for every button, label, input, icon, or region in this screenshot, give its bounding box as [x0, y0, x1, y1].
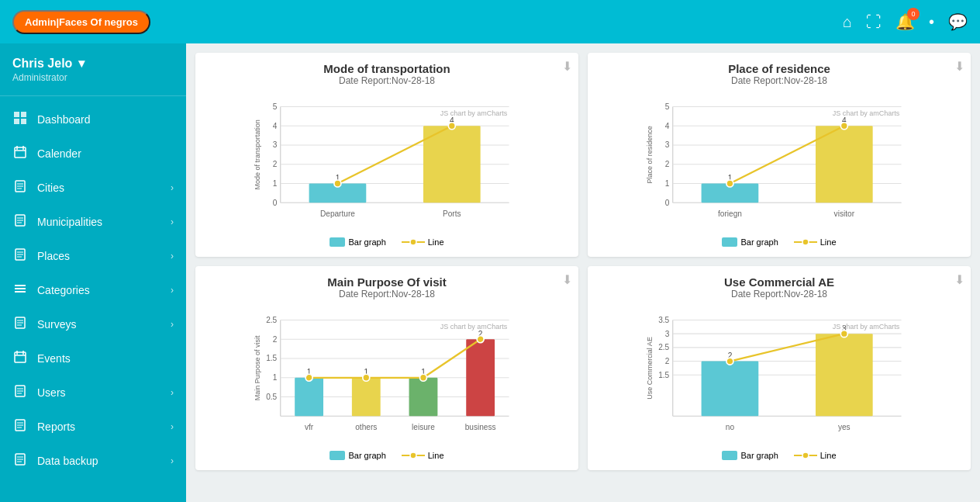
svg-rect-111 [352, 378, 381, 417]
nav-icon-municipalities [12, 214, 28, 230]
bell-icon[interactable]: 🔔 0 [895, 12, 915, 31]
download-icon-mode-of-transportation[interactable]: ⬇ [562, 59, 572, 74]
nav-label-dashboard: Dashboard [37, 113, 91, 126]
sidebar-item-categories[interactable]: Categories › [0, 273, 186, 307]
sidebar-item-data-backup[interactable]: Data backup › [0, 444, 186, 478]
chart-date-place-of-residence: Date Report:Nov-28-18 [597, 75, 961, 86]
nav-item-left: Places [12, 248, 70, 264]
sidebar-role: Administrator [12, 72, 174, 83]
svg-rect-61 [423, 126, 481, 203]
chart-header-place-of-residence: Place of residence Date Report:Nov-28-18 [597, 62, 961, 86]
download-icon-place-of-residence[interactable]: ⬇ [954, 59, 964, 74]
notification-badge: 0 [907, 8, 920, 20]
legend-line-svg [402, 450, 425, 461]
svg-text:Ports: Ports [443, 209, 461, 218]
svg-text:Place of residence: Place of residence [646, 126, 654, 183]
svg-text:JS chart by amCharts: JS chart by amCharts [833, 109, 900, 117]
svg-text:0: 0 [665, 199, 670, 207]
sidebar-item-surveys[interactable]: Surveys › [0, 307, 186, 341]
chart-legend-main-purpose-of-visit: Bar graph Line [205, 450, 569, 461]
nav-arrow-surveys: › [171, 319, 174, 330]
svg-text:Main Purpose of visit: Main Purpose of visit [254, 335, 261, 400]
legend-bar-item: Bar graph [330, 237, 385, 248]
chart-title-mode-of-transportation: Mode of transportation [205, 62, 569, 75]
dropdown-arrow[interactable]: ▾ [78, 56, 85, 71]
chart-header-mode-of-transportation: Mode of transportation Date Report:Nov-2… [205, 62, 569, 86]
svg-text:Mode of transportation: Mode of transportation [254, 119, 261, 189]
svg-text:visitor: visitor [834, 209, 855, 218]
chat-icon[interactable]: 💬 [948, 12, 968, 31]
user-icon[interactable]: • [929, 13, 934, 31]
legend-line-item: Line [794, 450, 837, 461]
svg-text:JS chart by amCharts: JS chart by amCharts [833, 323, 900, 331]
legend-line-item: Line [402, 450, 444, 461]
sidebar-item-calender[interactable]: Calender [0, 137, 186, 171]
svg-text:4: 4 [665, 122, 670, 130]
svg-text:1: 1 [273, 179, 278, 188]
svg-rect-3 [21, 119, 26, 124]
nav-icon-cities [12, 180, 28, 196]
nav-item-left: Calender [12, 146, 81, 161]
svg-point-146 [726, 358, 733, 365]
sidebar-item-events[interactable]: Events [0, 341, 186, 376]
svg-point-94 [802, 239, 809, 245]
sidebar-item-cities[interactable]: Cities › [0, 171, 186, 205]
navbar-icons: ⌂ ⛶ 🔔 0 • 💬 [843, 12, 968, 31]
svg-point-122 [419, 374, 426, 381]
svg-text:JS chart by amCharts: JS chart by amCharts [440, 109, 508, 117]
svg-text:5: 5 [273, 102, 278, 111]
nav-arrow-cities: › [171, 182, 174, 193]
nav-label-calender: Calender [37, 147, 81, 160]
nav-icon-surveys [12, 317, 28, 332]
chart-date-main-purpose-of-visit: Date Report:Nov-28-18 [205, 289, 569, 299]
download-icon-use-commercial-ae[interactable]: ⬇ [954, 272, 964, 287]
sidebar-item-municipalities[interactable]: Municipalities › [0, 205, 186, 239]
svg-point-121 [363, 374, 370, 381]
svg-text:JS chart by amCharts: JS chart by amCharts [440, 323, 508, 331]
svg-text:1: 1 [273, 373, 278, 382]
nav-label-surveys: Surveys [37, 318, 77, 331]
download-icon-main-purpose-of-visit[interactable]: ⬇ [562, 272, 572, 287]
brand-button[interactable]: Admin|Faces Of negros [12, 10, 150, 34]
legend-line-label: Line [820, 451, 837, 460]
main-layout: Chris Jelo ▾ Administrator Dashboard Cal… [0, 43, 980, 502]
nav-arrow-municipalities: › [171, 216, 174, 227]
svg-rect-143 [816, 334, 873, 416]
sidebar-item-reports[interactable]: Reports › [0, 410, 186, 444]
legend-line-item: Line [402, 237, 444, 248]
sidebar-item-places[interactable]: Places › [0, 239, 186, 273]
nav-arrow-reports: › [171, 421, 174, 432]
sidebar-item-users[interactable]: Users › [0, 376, 186, 410]
sidebar-item-dashboard[interactable]: Dashboard [0, 102, 186, 137]
legend-bar-label: Bar graph [348, 237, 385, 247]
nav-item-left: Users [12, 385, 66, 400]
home-icon[interactable]: ⌂ [843, 13, 852, 31]
legend-bar-label: Bar graph [740, 237, 778, 247]
nav-item-left: Categories [12, 282, 90, 298]
svg-rect-117 [466, 339, 495, 416]
nav-item-left: Cities [12, 180, 64, 196]
chart-svg-use-commercial-ae: Use Commercial AE 1.522.533.5 2no3yes JS… [597, 303, 961, 442]
expand-icon[interactable]: ⛶ [866, 13, 882, 31]
svg-text:3: 3 [273, 140, 278, 149]
chart-legend-place-of-residence: Bar graph Line [597, 237, 961, 248]
svg-text:0: 0 [273, 199, 278, 207]
legend-line-label: Line [820, 237, 837, 247]
chart-svg-place-of-residence: Place of residence 012345 1foriegn4visit… [597, 89, 961, 229]
nav-label-municipalities: Municipalities [37, 216, 102, 228]
nav-icon-events [12, 351, 28, 366]
nav-label-events: Events [37, 352, 71, 365]
navbar: Admin|Faces Of negros ⌂ ⛶ 🔔 0 • 💬 [0, 0, 980, 43]
chart-card-main-purpose-of-visit: Main Purpose Of visit Date Report:Nov-28… [195, 266, 578, 470]
legend-line-svg [794, 237, 817, 248]
nav-item-left: Surveys [12, 317, 77, 332]
svg-text:leisure: leisure [412, 423, 435, 431]
chart-title-place-of-residence: Place of residence [597, 62, 961, 75]
chart-date-mode-of-transportation: Date Report:Nov-28-18 [205, 75, 569, 86]
svg-text:vfr: vfr [305, 423, 314, 431]
nav-arrow-users: › [171, 387, 174, 398]
nav-arrow-categories: › [171, 285, 174, 296]
svg-text:3: 3 [665, 330, 670, 338]
nav-label-categories: Categories [37, 284, 90, 296]
nav-item-left: Dashboard [12, 112, 91, 127]
